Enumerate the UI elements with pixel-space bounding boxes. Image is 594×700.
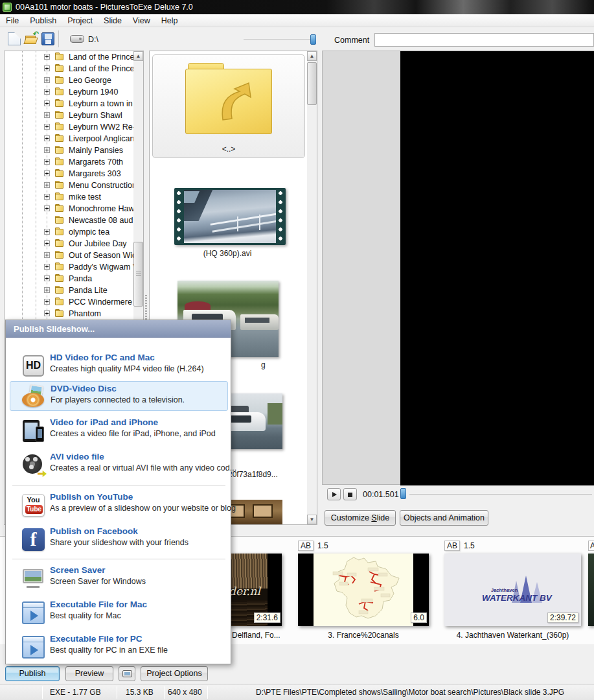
expand-icon[interactable] (44, 182, 50, 188)
popup-item-video-for-ipad-and-iphone[interactable]: Video for iPad and iPhoneCreates a video… (10, 415, 228, 445)
expand-icon[interactable] (44, 100, 50, 106)
popup-header: Publish Slideshow... (6, 320, 231, 338)
expand-icon[interactable] (44, 252, 50, 258)
expand-icon[interactable] (44, 194, 50, 200)
tree-item[interactable]: Paddy's Wigwam W (5, 261, 143, 273)
expand-icon[interactable] (44, 229, 50, 235)
popup-item-executable-file-for-mac[interactable]: Executable File for MacBest quality for … (10, 598, 228, 627)
expand-icon[interactable] (44, 77, 50, 83)
popup-item-publish-on-facebook[interactable]: fPublish on FacebookShare your slideshow… (10, 524, 228, 554)
expand-icon[interactable] (44, 159, 50, 165)
panel-splitter[interactable] (145, 295, 147, 321)
menu-slide[interactable]: Slide (98, 15, 128, 27)
expand-icon[interactable] (44, 147, 50, 153)
tree-item[interactable]: mike test (5, 191, 143, 203)
popup-item-hd-video-for-pc-and-mac[interactable]: HDHD Video for PC and MacCreates high qu… (10, 351, 228, 380)
folder-icon (55, 274, 64, 283)
tree-scrollbar-up[interactable]: ▲ (133, 51, 143, 61)
popup-item-screen-saver[interactable]: Screen SaverScreen Saver for Windows (10, 563, 228, 593)
open-folder-icon[interactable]: ↶ (25, 32, 38, 45)
new-file-icon[interactable] (8, 32, 21, 45)
comment-input[interactable] (374, 33, 594, 47)
expand-icon[interactable] (44, 124, 50, 130)
preview-button[interactable]: Preview (65, 666, 113, 681)
video-file-thumbnail[interactable] (174, 188, 286, 245)
expand-icon[interactable] (44, 240, 50, 246)
expand-icon[interactable] (44, 275, 50, 281)
tree-item[interactable]: Margarets 70th (5, 156, 143, 168)
tree-item[interactable]: Land of the Prince I (5, 63, 143, 75)
folder-icon (55, 169, 64, 178)
thumbnail-size-slider-handle[interactable] (310, 34, 316, 45)
tree-scrollbar-thumb[interactable] (133, 242, 143, 307)
preview-controls: 00:01.501 (322, 486, 594, 504)
tree-item[interactable]: Leyburn Shawl (5, 110, 143, 121)
expand-icon[interactable] (44, 170, 50, 176)
expand-icon[interactable] (44, 135, 50, 141)
seek-slider-handle[interactable] (400, 488, 406, 499)
status-bar: EXE - 1.77 GB 15.3 KB 640 x 480 D:\PTE F… (0, 684, 594, 700)
file-scrollbar-up[interactable]: ▲ (307, 51, 317, 61)
expand-icon[interactable] (44, 264, 50, 270)
tree-item[interactable]: Land of the Prince I (5, 51, 143, 63)
file-scrollbar-thumb[interactable] (307, 62, 317, 105)
expand-icon[interactable] (44, 65, 50, 71)
publish-icon-button[interactable] (119, 666, 135, 681)
drive-icon[interactable] (70, 35, 84, 43)
tree-item[interactable]: Our Jubilee Day (5, 238, 143, 250)
menu-project[interactable]: Project (62, 15, 98, 27)
menu-help[interactable]: Help (156, 15, 184, 27)
tree-item[interactable]: PCC Windermere (5, 296, 143, 308)
customize-slide-button[interactable]: Customize Slide (325, 510, 396, 526)
tree-item[interactable]: Phantom (5, 308, 143, 320)
expand-icon[interactable] (44, 310, 50, 316)
expand-icon[interactable] (44, 205, 50, 211)
tree-item[interactable]: Out of Season Wide (5, 250, 143, 261)
slide-duration-badge: 6.0 (411, 612, 427, 623)
folder-icon (55, 134, 64, 143)
video-file-caption: (HQ 360p).avi (150, 249, 305, 258)
tree-item[interactable]: Margarets 303 (5, 168, 143, 180)
objects-animation-button[interactable]: Objects and Animation (400, 510, 488, 526)
publish-button[interactable]: Publish (5, 666, 60, 681)
save-icon[interactable] (41, 32, 54, 45)
file-scrollbar-down[interactable]: ▼ (307, 515, 317, 524)
file-scrollbar[interactable]: ▲ ▼ (307, 51, 317, 524)
tree-item[interactable]: Mainly Pansies (5, 145, 143, 156)
play-button[interactable] (327, 488, 341, 500)
popup-item-executable-file-for-pc[interactable]: Executable File for PCBest quality for P… (10, 632, 228, 662)
tree-item[interactable]: Leo George (5, 75, 143, 86)
popup-item-dvd-video-disc[interactable]: DVD-Video DiscFor players connected to a… (10, 381, 228, 411)
tree-item[interactable]: Liverpool Anglican (5, 133, 143, 145)
tree-item[interactable]: olympic tea (5, 226, 143, 238)
tree-item[interactable]: Newcastle 08 aud (5, 215, 143, 226)
folder-icon (55, 99, 64, 108)
expand-icon[interactable] (44, 299, 50, 305)
tree-item[interactable]: Menu Construction (5, 180, 143, 191)
tree-item[interactable]: Leyburn WW2 Re-e (5, 121, 143, 133)
menu-publish[interactable]: Publish (25, 15, 62, 27)
tree-item[interactable]: Leyburn 1940 (5, 86, 143, 98)
menu-view[interactable]: View (128, 15, 156, 27)
expand-icon[interactable] (44, 287, 50, 293)
tree-item[interactable]: Panda Lite (5, 285, 143, 296)
folder-icon (55, 76, 64, 84)
tree-item[interactable]: Monochrome Haw (5, 203, 143, 215)
drive-label[interactable]: D:\ (88, 35, 98, 44)
expand-icon[interactable] (44, 89, 50, 95)
seek-slider-track[interactable] (409, 494, 592, 495)
expand-icon[interactable] (44, 54, 50, 60)
folder-icon (55, 122, 64, 131)
status-resolution: 640 x 480 (168, 688, 202, 697)
project-options-button[interactable]: Project Options (141, 666, 208, 681)
thumbnail-size-slider-track[interactable] (244, 39, 314, 40)
expand-icon[interactable] (44, 112, 50, 118)
popup-item-publish-on-youtube[interactable]: YouTubePublish on YouTubeAs a preview of… (10, 490, 228, 520)
youtube-icon: YouTube (21, 493, 45, 517)
tree-item[interactable]: Panda (5, 273, 143, 285)
tree-item[interactable]: Leyburn a town in \ (5, 98, 143, 110)
popup-item-avi-video-file[interactable]: AVI video fileCreates a real or virtual … (10, 450, 228, 480)
parent-folder-tile[interactable]: <..> (152, 54, 305, 158)
stop-button[interactable] (343, 488, 357, 500)
menu-file[interactable]: File (1, 15, 25, 27)
